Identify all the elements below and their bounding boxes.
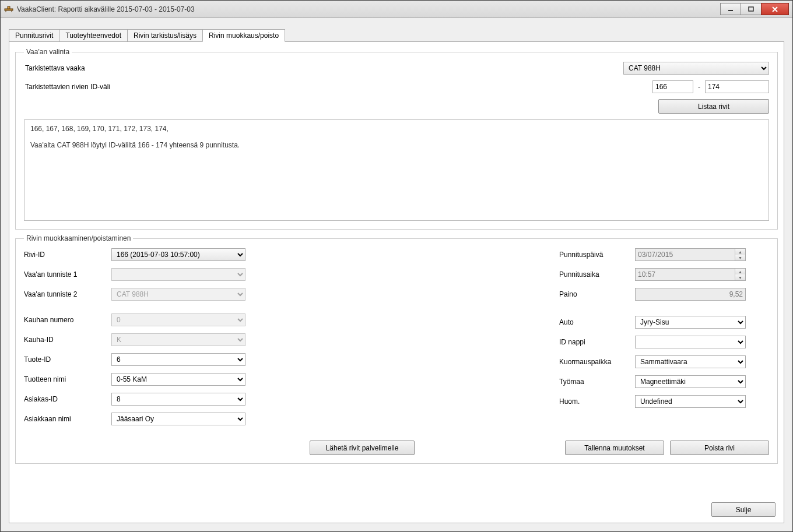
idrange-dash: - <box>698 83 700 91</box>
id-from-input[interactable] <box>652 80 693 93</box>
tab-strip: Punnitusrivit Tuoteyhteenvedot Rivin tar… <box>9 29 784 41</box>
window-title: VaakaClient: Raportti aikavälille 2015-0… <box>17 5 721 13</box>
weigh-time-spinbox: ▲▼ <box>635 268 746 281</box>
title-bar: VaakaClient: Raportti aikavälille 2015-0… <box>1 1 792 18</box>
row-edit-group: Rivin muokkaaminen/poistaminen Rivi-ID 1… <box>15 234 778 464</box>
weigh-date-input <box>636 249 735 260</box>
delete-row-button[interactable]: Poista rivi <box>670 441 769 455</box>
id-to-input[interactable] <box>705 80 769 93</box>
client-area: Punnitusrivit Tuoteyhteenvedot Rivin tar… <box>1 18 792 531</box>
bucket-no-label: Kauhan numero <box>24 316 111 324</box>
spin-down-icon: ▼ <box>735 274 745 280</box>
scale-select[interactable]: CAT 988H <box>623 62 769 75</box>
app-icon <box>4 5 13 14</box>
tab-rivin-tarkistus[interactable]: Rivin tarkistus/lisäys <box>127 29 203 42</box>
vehicle-label: Auto <box>559 318 635 326</box>
scale-tag2-label: Vaa'an tunniste 2 <box>24 290 111 298</box>
tab-rivin-muokkaus[interactable]: Rivin muokkaus/poisto <box>202 29 285 42</box>
bucket-id-label: Kauha-ID <box>24 336 111 344</box>
results-log[interactable]: 166, 167, 168, 169, 170, 171, 172, 173, … <box>24 119 769 221</box>
scale-tag2-select: CAT 988H <box>111 288 245 301</box>
product-name-label: Tuotteen nimi <box>24 375 111 383</box>
row-id-label: Rivi-ID <box>24 251 111 259</box>
right-column: Punnituspäivä ▲▼ Punnitusaika <box>559 248 769 432</box>
customer-name-select[interactable]: Jääsaari Oy <box>111 413 245 425</box>
minimize-button[interactable] <box>720 3 741 15</box>
spin-down-icon: ▼ <box>735 255 745 260</box>
loadplace-label: Kuormauspaikka <box>559 358 635 366</box>
vehicle-select[interactable]: Jyry-Sisu <box>635 316 746 329</box>
note-label: Huom. <box>559 397 635 406</box>
customer-id-label: Asiakas-ID <box>24 395 111 403</box>
scale-selection-legend: Vaa'an valinta <box>24 48 72 56</box>
weight-label: Paino <box>559 290 635 298</box>
row-edit-legend: Rivin muokkaaminen/poistaminen <box>24 234 133 242</box>
scale-tag1-select <box>111 268 245 281</box>
svg-rect-1 <box>8 6 10 9</box>
idnappi-label: ID nappi <box>559 338 635 346</box>
close-dialog-button[interactable]: Sulje <box>711 502 776 517</box>
app-window: VaakaClient: Raportti aikavälille 2015-0… <box>0 0 793 532</box>
weigh-time-input <box>636 269 735 280</box>
window-buttons <box>721 3 789 15</box>
weigh-date-label: Punnituspäivä <box>559 251 635 259</box>
row-id-select[interactable]: 166 (2015-07-03 10:57:00) <box>111 248 245 261</box>
spin-up-icon: ▲ <box>735 249 745 255</box>
bucket-no-select: 0 <box>111 313 245 326</box>
spin-up-icon: ▲ <box>735 269 745 274</box>
product-id-label: Tuote-ID <box>24 355 111 364</box>
weigh-time-label: Punnitusaika <box>559 270 635 279</box>
product-name-select[interactable]: 0-55 KaM <box>111 373 245 386</box>
save-changes-button[interactable]: Tallenna muutokset <box>565 441 664 455</box>
scale-label: Tarkistettava vaaka <box>24 64 129 72</box>
send-rows-button[interactable]: Lähetä rivit palvelimelle <box>310 441 415 455</box>
note-select[interactable]: Undefined <box>635 395 746 408</box>
customer-id-select[interactable]: 8 <box>111 393 245 406</box>
loadplace-select[interactable]: Sammattivaara <box>635 355 746 368</box>
tab-panel: Vaa'an valinta Tarkistettava vaaka CAT 9… <box>9 41 784 523</box>
idnappi-select[interactable] <box>635 336 746 348</box>
bucket-id-select: K <box>111 333 245 346</box>
tab-tuoteyhteenvedot[interactable]: Tuoteyhteenvedot <box>59 29 128 42</box>
worksite-label: Työmaa <box>559 378 635 386</box>
customer-name-label: Asiakkaan nimi <box>24 415 111 423</box>
scale-tag1-label: Vaa'an tunniste 1 <box>24 270 111 279</box>
close-button[interactable] <box>761 3 789 15</box>
product-id-select[interactable]: 6 <box>111 353 245 366</box>
maximize-button[interactable] <box>741 3 762 15</box>
worksite-select[interactable]: Magneettimäki <box>635 375 746 388</box>
scale-selection-group: Vaa'an valinta Tarkistettava vaaka CAT 9… <box>15 48 778 230</box>
weigh-date-spinbox: ▲▼ <box>635 248 746 261</box>
idrange-label: Tarkistettavien rivien ID-väli <box>24 83 129 91</box>
tab-punnitusrivit[interactable]: Punnitusrivit <box>9 29 59 42</box>
list-rows-button[interactable]: Listaa rivit <box>658 99 769 114</box>
weight-input <box>635 288 746 301</box>
left-column: Rivi-ID 166 (2015-07-03 10:57:00) Vaa'an… <box>24 248 280 432</box>
svg-rect-5 <box>749 7 753 11</box>
